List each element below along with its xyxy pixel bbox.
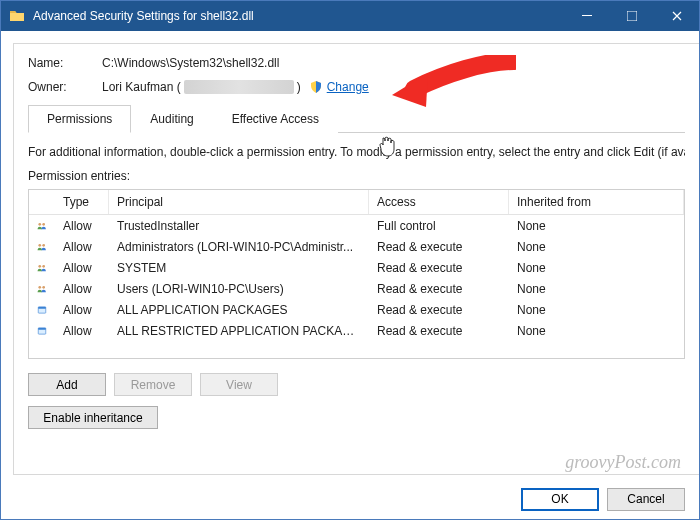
table-row[interactable]: AllowUsers (LORI-WIN10-PC\Users)Read & e… — [29, 278, 684, 299]
principal-icon — [29, 259, 55, 277]
cell-principal: TrustedInstaller — [109, 217, 369, 235]
svg-point-6 — [38, 265, 41, 268]
cell-access: Read & execute — [369, 301, 509, 319]
dialog-footer: OK Cancel — [1, 479, 699, 519]
name-label: Name: — [28, 56, 102, 70]
tab-auditing[interactable]: Auditing — [131, 105, 212, 133]
svg-rect-1 — [627, 11, 637, 21]
cell-type: Allow — [55, 280, 109, 298]
table-row[interactable]: AllowALL RESTRICTED APPLICATION PACKAGES… — [29, 320, 684, 341]
cell-type: Allow — [55, 301, 109, 319]
col-icon[interactable] — [29, 190, 55, 214]
ok-button[interactable]: OK — [521, 488, 599, 511]
cell-type: Allow — [55, 322, 109, 340]
svg-rect-13 — [38, 327, 46, 329]
cell-principal: ALL RESTRICTED APPLICATION PACKAGES — [109, 322, 369, 340]
cell-type: Allow — [55, 217, 109, 235]
table-row[interactable]: AllowAdministrators (LORI-WIN10-PC\Admin… — [29, 236, 684, 257]
name-row: Name: C:\Windows\System32\shell32.dll — [28, 56, 685, 70]
col-principal[interactable]: Principal — [109, 190, 369, 214]
uac-shield-icon — [309, 80, 323, 94]
principal-icon — [29, 300, 55, 320]
cell-access: Read & execute — [369, 280, 509, 298]
cell-access: Full control — [369, 217, 509, 235]
cell-access: Read & execute — [369, 259, 509, 277]
redacted-owner-detail — [184, 80, 294, 94]
owner-label: Owner: — [28, 80, 102, 94]
name-value: C:\Windows\System32\shell32.dll — [102, 56, 279, 70]
window-title: Advanced Security Settings for shell32.d… — [33, 9, 254, 23]
maximize-button[interactable] — [609, 1, 654, 31]
svg-point-8 — [38, 286, 41, 289]
view-button[interactable]: View — [200, 373, 278, 396]
svg-rect-11 — [38, 306, 46, 308]
security-settings-window: Advanced Security Settings for shell32.d… — [0, 0, 700, 520]
table-row[interactable]: AllowTrustedInstallerFull controlNone — [29, 215, 684, 236]
cell-access: Read & execute — [369, 322, 509, 340]
main-panel: Name: C:\Windows\System32\shell32.dll Ow… — [13, 43, 699, 475]
svg-rect-0 — [582, 15, 592, 16]
cell-principal: SYSTEM — [109, 259, 369, 277]
cell-principal: Users (LORI-WIN10-PC\Users) — [109, 280, 369, 298]
svg-point-3 — [42, 223, 45, 226]
cell-principal: Administrators (LORI-WIN10-PC\Administr.… — [109, 238, 369, 256]
principal-icon — [29, 238, 55, 256]
svg-point-7 — [42, 265, 45, 268]
cell-inherited: None — [509, 322, 684, 340]
cell-type: Allow — [55, 238, 109, 256]
svg-point-4 — [38, 244, 41, 247]
entry-buttons: Add Remove View — [28, 373, 685, 396]
add-button[interactable]: Add — [28, 373, 106, 396]
owner-value: Lori Kaufman ( ) — [102, 80, 301, 94]
principal-icon — [29, 280, 55, 298]
cell-access: Read & execute — [369, 238, 509, 256]
remove-button[interactable]: Remove — [114, 373, 192, 396]
principal-icon — [29, 217, 55, 235]
cell-inherited: None — [509, 301, 684, 319]
svg-point-9 — [42, 286, 45, 289]
col-inherited[interactable]: Inherited from — [509, 190, 684, 214]
cell-inherited: None — [509, 238, 684, 256]
cell-inherited: None — [509, 217, 684, 235]
owner-row: Owner: Lori Kaufman ( ) Change — [28, 80, 685, 94]
minimize-button[interactable] — [564, 1, 609, 31]
enable-inheritance-button[interactable]: Enable inheritance — [28, 406, 158, 429]
principal-icon — [29, 321, 55, 341]
tab-strip: Permissions Auditing Effective Access — [28, 104, 685, 133]
cell-type: Allow — [55, 259, 109, 277]
col-type[interactable]: Type — [55, 190, 109, 214]
col-access[interactable]: Access — [369, 190, 509, 214]
close-button[interactable] — [654, 1, 699, 31]
cell-inherited: None — [509, 280, 684, 298]
permission-entries-table[interactable]: Type Principal Access Inherited from All… — [28, 189, 685, 359]
tab-permissions[interactable]: Permissions — [28, 105, 131, 133]
folder-icon — [9, 8, 25, 24]
table-row[interactable]: AllowSYSTEMRead & executeNone — [29, 257, 684, 278]
svg-point-5 — [42, 244, 45, 247]
entries-label: Permission entries: — [28, 169, 685, 183]
titlebar[interactable]: Advanced Security Settings for shell32.d… — [1, 1, 699, 31]
svg-point-2 — [38, 223, 41, 226]
cancel-button[interactable]: Cancel — [607, 488, 685, 511]
tab-effective-access[interactable]: Effective Access — [213, 105, 338, 133]
info-text: For additional information, double-click… — [28, 145, 685, 159]
cell-principal: ALL APPLICATION PACKAGES — [109, 301, 369, 319]
cell-inherited: None — [509, 259, 684, 277]
table-row[interactable]: AllowALL APPLICATION PACKAGESRead & exec… — [29, 299, 684, 320]
change-owner-link[interactable]: Change — [327, 80, 369, 94]
